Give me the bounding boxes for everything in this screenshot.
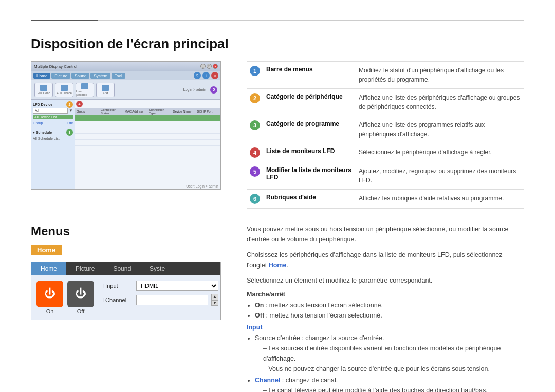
mock-tool-usesettings[interactable]: Use Settings <box>76 83 94 97</box>
hmm-input-select[interactable]: HDMI1 <box>136 281 218 291</box>
item-description: Sélectionnez le périphérique d'affichage… <box>356 143 524 162</box>
hmm-power-on-btn[interactable]: ⏻ <box>36 281 63 307</box>
items-table: 1 Barre de menus Modifiez le statut d'un… <box>247 61 524 209</box>
mock-num4-container: 4 <box>76 101 83 107</box>
desc-para-3: Sélectionnez un élément et modifiez le p… <box>247 275 524 286</box>
mock-all-device-list[interactable]: All Device List <box>33 115 73 119</box>
mock-tool-icon-4 <box>102 85 109 91</box>
mock-num-4: 4 <box>76 101 83 107</box>
item-description: Affichez les rubriques d'aide relatives … <box>356 190 524 209</box>
mock-footer: User: Login > admin <box>186 184 218 188</box>
home-badge: Home <box>31 245 62 255</box>
mock-table-row-6 <box>75 146 220 152</box>
mock-tool-fulldesc[interactable]: Full Desc <box>34 83 53 97</box>
item-description: Affichez une liste des périphériques d'a… <box>356 89 524 116</box>
desc-para-2: Choisissez les périphériques d'affichage… <box>247 250 524 270</box>
mock-maximize[interactable]: □ <box>207 64 212 69</box>
input-sub-list: Les sources d'entrée disponibles varient… <box>255 343 524 374</box>
hmm-form: I Input HDMI1 I Channel ▲ ▼ <box>102 281 218 314</box>
mock-group-link[interactable]: Group <box>33 121 43 125</box>
table-row: 3 Catégorie de programme Affichez une li… <box>247 116 524 143</box>
item-label: Barre de menus <box>263 62 356 89</box>
hmm-power-off-btn[interactable]: ⏻ <box>67 281 94 307</box>
item-label: Catégorie de programme <box>263 116 356 143</box>
mock-menu-bar: Home Picture Sound System Tool ? i × <box>31 71 220 80</box>
input-list: Source d'entrée : changez la source d'en… <box>247 333 524 392</box>
item-label: Liste de moniteurs LFD <box>263 143 356 162</box>
channel-bullet: Channel : changez de canal. <box>255 375 524 385</box>
mock-menu-sound[interactable]: Sound <box>71 73 89 79</box>
mock-menu-tool[interactable]: Tool <box>112 73 125 79</box>
hmm-on-label: On <box>46 308 54 314</box>
item-description: Ajoutez, modifiez, regroupez ou supprime… <box>356 162 524 190</box>
hmm-tabs: Home Picture Sound Syste <box>31 262 220 275</box>
mock-icon-2[interactable]: i <box>202 72 210 79</box>
mock-toolbar: Full Desc Full Device Use Settings Add <box>31 80 220 100</box>
mock-lfd-label: LFD Device <box>33 103 52 106</box>
hmm-tab-picture[interactable]: Picture <box>66 262 104 275</box>
mock-edit-link[interactable]: Edit <box>67 121 73 125</box>
mock-th-ip: BIO IP Port <box>197 110 219 113</box>
mock-login-text: Login > admin <box>183 88 206 91</box>
item-number-cell: 4 <box>247 143 263 162</box>
mock-menu-picture[interactable]: Picture <box>51 73 70 79</box>
table-row: 4 Liste de moniteurs LFD Sélectionnez le… <box>247 143 524 162</box>
mock-schedule-header: ▸ Schedule 3 <box>33 129 73 136</box>
input-sub-1: Les sources d'entrée disponibles varient… <box>263 343 524 364</box>
hmm-tab-home[interactable]: Home <box>31 262 66 275</box>
table-row: 2 Catégorie de périphérique Affichez une… <box>247 89 524 116</box>
menus-title: Menus <box>31 224 226 238</box>
item-number-cell: 5 <box>247 162 263 190</box>
mock-menu-system[interactable]: System <box>90 73 110 79</box>
mock-menu-home[interactable]: Home <box>33 73 50 79</box>
channel-link[interactable]: Channel <box>255 377 280 384</box>
mock-num-2: 2 <box>66 101 73 108</box>
mock-all-dropdown: All ▼ <box>33 108 73 114</box>
hmm-input-label: I Input <box>102 283 133 289</box>
mock-table-row-1 <box>75 115 220 121</box>
mock-num-3: 3 <box>66 129 73 136</box>
hmm-tab-sound[interactable]: Sound <box>104 262 140 275</box>
item-description: Affichez une liste des programmes relati… <box>356 116 524 143</box>
mock-main-area: 4 Group Connection Status MAC Address Co… <box>75 100 220 189</box>
mock-num-5: 5 <box>210 86 217 94</box>
hmm-tab-system[interactable]: Syste <box>140 262 174 275</box>
mock-schedule-label: ▸ Schedule <box>33 130 52 135</box>
mock-sidebar-actions: Group Edit <box>33 121 73 125</box>
mock-sidebar-header: LFD Device 2 <box>33 101 73 108</box>
mock-icon-1[interactable]: ? <box>194 72 201 79</box>
mock-th-group: Group <box>77 110 99 113</box>
item-label: Catégorie de périphérique <box>263 89 356 116</box>
page-title: Disposition de l'écran principal <box>31 36 524 52</box>
item-number-badge: 1 <box>250 66 260 76</box>
hmm-channel-input[interactable] <box>136 295 208 305</box>
mock-minimize[interactable]: _ <box>200 64 206 69</box>
hmm-channel-row: I Channel ▲ ▼ <box>102 294 218 306</box>
home-link[interactable]: Home <box>269 262 287 269</box>
hmm-channel-down[interactable]: ▼ <box>211 300 218 306</box>
item-number-badge: 3 <box>250 120 260 130</box>
marcheArret-title: Marche/arrêt <box>247 291 524 298</box>
mock-tool-fulldevice[interactable]: Full Device <box>55 83 73 97</box>
mock-th-conn: Connection Status <box>101 108 123 115</box>
screenshot-mockup: Multiple Display Control _ □ × Home Pict… <box>31 61 221 190</box>
mock-titlebar: Multiple Display Control _ □ × <box>31 62 220 71</box>
lower-right: Vous pouvez mettre sous ou hors tension … <box>247 224 524 392</box>
item-label: Rubriques d'aide <box>263 190 356 209</box>
item-description: Modifiez le statut d'un périphérique d'a… <box>356 62 524 89</box>
mock-table-row-5 <box>75 140 220 146</box>
mock-close[interactable]: × <box>213 64 218 69</box>
input-sub-2: Vous ne pouvez changer la source d'entré… <box>263 364 524 374</box>
item-number-badge: 6 <box>250 194 260 204</box>
hmm-input-row: I Input HDMI1 <box>102 281 218 291</box>
mock-tool-label-3: Use Settings <box>76 90 94 96</box>
mock-tool-icon-1 <box>40 85 47 91</box>
lower-content: Menus Home Home Picture Sound Syste <box>31 224 524 392</box>
left-column: Multiple Display Control _ □ × Home Pict… <box>31 61 226 209</box>
hmm-power-off-icon: ⏻ <box>75 287 86 301</box>
mock-tool-add[interactable]: Add <box>96 83 115 97</box>
hmm-channel-up[interactable]: ▲ <box>211 294 218 300</box>
mock-icon-3[interactable]: × <box>211 72 218 79</box>
hmm-power-section: ⏻ On ⏻ Off <box>36 281 94 314</box>
item-number-cell: 1 <box>247 62 263 89</box>
